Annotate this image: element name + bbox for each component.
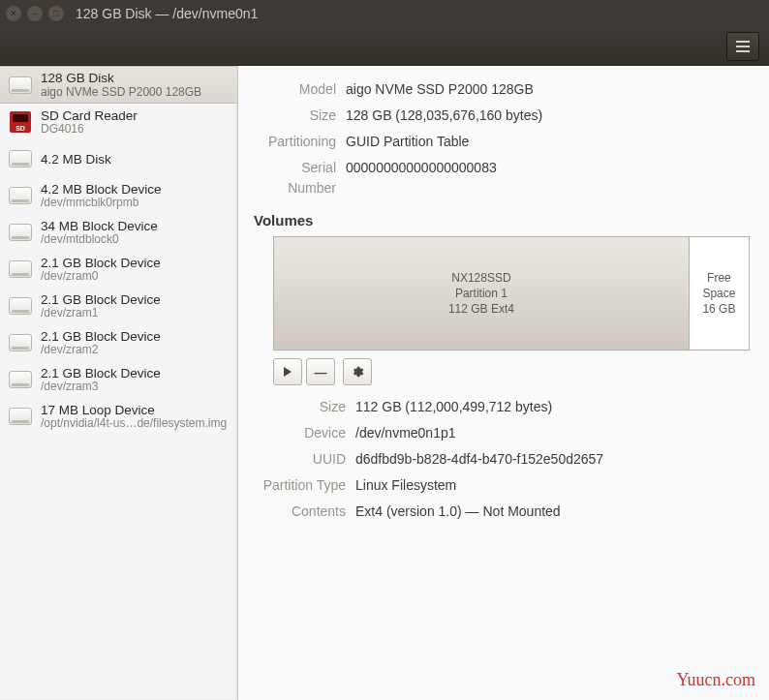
device-secondary: /dev/zram1	[41, 307, 161, 320]
drive-icon	[9, 187, 32, 204]
partition-desc: Partition 1	[455, 286, 508, 301]
label-partitioning: Partitioning	[254, 132, 346, 152]
drive-icon	[9, 408, 32, 425]
value-vol-contents: Ext4 (version 1.0) — Not Mounted	[355, 502, 561, 522]
device-secondary: /dev/mtdblock0	[41, 233, 158, 247]
delete-partition-button[interactable]: —	[306, 358, 335, 385]
play-icon	[283, 367, 292, 377]
value-vol-uuid: d6dfbd9b-b828-4df4-b470-f152e50d2657	[355, 449, 603, 470]
sd-card-icon	[10, 111, 31, 133]
sidebar-device[interactable]: 2.1 GB Block Device/dev/zram2	[0, 324, 237, 361]
device-secondary: /dev/zram0	[41, 270, 161, 284]
device-primary: 34 MB Block Device	[41, 219, 158, 234]
value-vol-device: /dev/nvme0n1p1	[355, 423, 456, 443]
device-secondary: /opt/nvidia/l4t-us…de/filesystem.img	[41, 417, 227, 431]
titlebar: ✕ – □ 128 GB Disk — /dev/nvme0n1	[0, 0, 769, 27]
label-model: Model	[254, 79, 346, 100]
device-sidebar: 128 GB Diskaigo NVMe SSD P2000 128GBSD C…	[0, 66, 238, 700]
sidebar-device[interactable]: SD Card ReaderDG4016	[0, 104, 237, 140]
partition-desc: 16 GB	[702, 301, 735, 317]
value-size: 128 GB (128,035,676,160 bytes)	[346, 106, 542, 126]
close-icon[interactable]: ✕	[6, 6, 21, 21]
label-vol-ptype: Partition Type	[254, 475, 355, 496]
mount-button[interactable]	[273, 358, 302, 385]
sidebar-device[interactable]: 128 GB Diskaigo NVMe SSD P2000 128GB	[0, 66, 237, 104]
device-secondary: /dev/zram3	[41, 380, 161, 394]
partition-name: NX128SSD	[451, 270, 510, 286]
device-secondary: /dev/zram2	[41, 344, 161, 357]
volumes-heading: Volumes	[254, 212, 750, 228]
minimize-icon[interactable]: –	[27, 6, 43, 21]
sidebar-device[interactable]: 17 MB Loop Device/opt/nvidia/l4t-us…de/f…	[0, 398, 237, 435]
device-primary: 2.1 GB Block Device	[41, 329, 161, 345]
volume-controls: —	[273, 358, 750, 385]
label-vol-uuid: UUID	[254, 449, 355, 470]
volume-diagram[interactable]: NX128SSD Partition 1 112 GB Ext4 Free Sp…	[273, 236, 750, 350]
partition-fs: 112 GB Ext4	[448, 301, 514, 317]
device-primary: 128 GB Disk	[41, 71, 201, 86]
sidebar-device[interactable]: 4.2 MB Disk	[0, 140, 237, 177]
partition-free[interactable]: Free Space 16 GB	[690, 237, 749, 350]
device-primary: 2.1 GB Block Device	[41, 292, 161, 308]
value-model: aigo NVMe SSD P2000 128GB	[346, 79, 534, 100]
main-panel: Model aigo NVMe SSD P2000 128GB Size 128…	[238, 66, 769, 700]
toolbar	[0, 27, 769, 66]
sidebar-device[interactable]: 2.1 GB Block Device/dev/zram1	[0, 288, 237, 324]
value-vol-ptype: Linux Filesystem	[355, 475, 456, 496]
label-vol-contents: Contents	[254, 502, 355, 522]
label-vol-size: Size	[254, 397, 355, 417]
watermark: Yuucn.com	[677, 670, 755, 690]
drive-icon	[9, 150, 32, 167]
label-size: Size	[254, 106, 346, 126]
device-primary: 2.1 GB Block Device	[41, 256, 161, 271]
label-serial: Serial Number	[254, 158, 346, 198]
maximize-icon[interactable]: □	[48, 6, 64, 21]
gear-icon	[351, 365, 364, 379]
sidebar-device[interactable]: 34 MB Block Device/dev/mtdblock0	[0, 214, 237, 251]
drive-icon	[9, 260, 32, 278]
device-primary: 2.1 GB Block Device	[41, 366, 161, 381]
more-actions-button[interactable]	[343, 358, 372, 385]
device-primary: SD Card Reader	[41, 108, 138, 124]
drive-icon	[9, 297, 32, 315]
window-title: 128 GB Disk — /dev/nvme0n1	[76, 6, 258, 21]
drive-icon	[9, 371, 32, 388]
sidebar-device[interactable]: 2.1 GB Block Device/dev/zram3	[0, 361, 237, 398]
drive-icon	[9, 224, 32, 241]
device-secondary: aigo NVMe SSD P2000 128GB	[41, 86, 201, 100]
minus-icon: —	[315, 365, 327, 380]
partition-main[interactable]: NX128SSD Partition 1 112 GB Ext4	[274, 237, 690, 350]
value-vol-size: 112 GB (112,000,499,712 bytes)	[355, 397, 552, 417]
drive-icon	[9, 76, 32, 94]
sidebar-device[interactable]: 2.1 GB Block Device/dev/zram0	[0, 251, 237, 288]
device-primary: 17 MB Loop Device	[41, 403, 227, 418]
partition-name: Free Space	[690, 270, 749, 301]
device-primary: 4.2 MB Disk	[41, 152, 111, 167]
label-vol-device: Device	[254, 423, 355, 443]
device-primary: 4.2 MB Block Device	[41, 182, 162, 198]
device-secondary: DG4016	[41, 123, 138, 137]
value-partitioning: GUID Partition Table	[346, 132, 469, 152]
menu-button[interactable]	[726, 32, 759, 61]
value-serial: 00000000000000000083	[346, 158, 497, 198]
device-secondary: /dev/mmcblk0rpmb	[41, 197, 162, 210]
drive-icon	[9, 334, 32, 351]
sidebar-device[interactable]: 4.2 MB Block Device/dev/mmcblk0rpmb	[0, 177, 237, 214]
